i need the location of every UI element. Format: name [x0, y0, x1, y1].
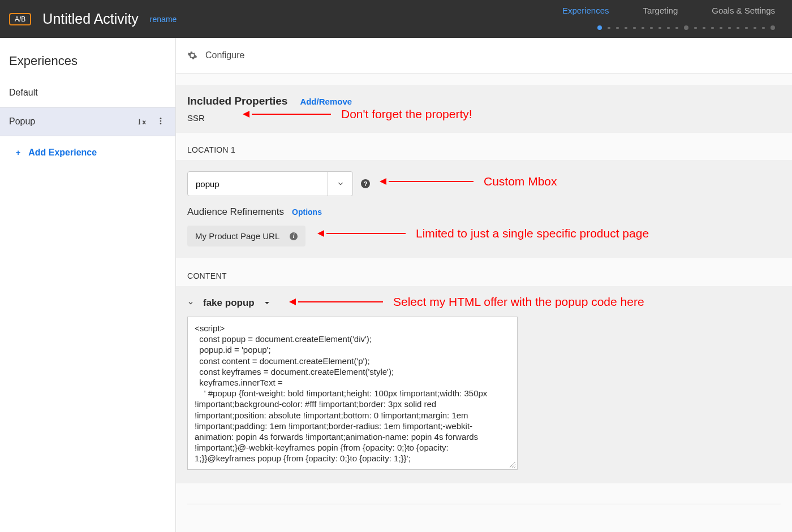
activity-title: Untitled Activity	[42, 11, 139, 27]
more-icon[interactable]	[156, 116, 166, 127]
sidebar-title: Experiences	[0, 38, 175, 79]
step-experiences[interactable]: Experiences	[562, 6, 609, 15]
svg-point-2	[160, 123, 162, 124]
configure-label: Configure	[205, 50, 244, 60]
experience-item-popup[interactable]: Popup	[0, 107, 175, 136]
activity-type-badge: A/B	[9, 13, 31, 25]
main-layout: Experiences Default Popup + Add Experien…	[0, 38, 792, 532]
content-area: Configure Included Properties Add/Remove…	[176, 38, 792, 532]
gear-icon	[187, 50, 197, 60]
chevron-down-icon[interactable]	[187, 300, 194, 306]
add-remove-link[interactable]: Add/Remove	[300, 97, 352, 106]
sidebar: Experiences Default Popup + Add Experien…	[0, 38, 176, 532]
svg-point-0	[160, 118, 162, 119]
location-label: LOCATION 1	[176, 133, 792, 160]
audience-options-link[interactable]: Options	[292, 207, 322, 217]
offer-name: fake popup	[203, 297, 255, 309]
info-icon[interactable]: i	[290, 232, 298, 240]
top-bar: A/B Untitled Activity rename Experiences…	[0, 0, 792, 38]
plus-icon: +	[16, 148, 20, 157]
divider	[187, 504, 781, 504]
property-value: SSR	[187, 113, 781, 123]
mbox-input[interactable]	[188, 179, 328, 189]
included-properties-section: Included Properties Add/Remove SSR Don't…	[176, 85, 792, 133]
step-goals[interactable]: Goals & Settings	[712, 6, 775, 15]
annotation-audience: Limited to just a single specific produc…	[317, 227, 649, 240]
offer-section: fake popup Select my HTML offer with the…	[176, 286, 792, 483]
rename-link[interactable]: rename	[150, 15, 177, 24]
audience-chip-label: My Product Page URL	[195, 231, 279, 241]
rename-icon[interactable]	[137, 116, 147, 127]
experience-label: Default	[9, 88, 38, 98]
content-label: CONTENT	[176, 258, 792, 286]
offer-dropdown-icon[interactable]	[264, 300, 270, 306]
audience-chip[interactable]: My Product Page URL i	[187, 226, 305, 246]
code-textarea[interactable]: <script> const popup = document.createEl…	[187, 317, 518, 470]
workflow-steps: Experiences Targeting Goals & Settings	[562, 6, 775, 15]
progress-dots	[597, 25, 775, 30]
experience-actions	[137, 116, 166, 127]
properties-title: Included Properties	[187, 95, 287, 107]
help-icon[interactable]: ?	[361, 179, 370, 188]
location-section: ? Custom Mbox Audience Refinements Optio…	[176, 160, 792, 258]
resize-handle[interactable]	[509, 461, 516, 468]
mbox-select[interactable]	[187, 171, 353, 196]
add-experience-button[interactable]: + Add Experience	[0, 136, 175, 169]
audience-label: Audience Refinements	[187, 206, 284, 218]
svg-point-1	[160, 120, 162, 122]
experience-label: Popup	[9, 116, 35, 127]
chevron-down-icon[interactable]	[328, 172, 352, 196]
step-targeting[interactable]: Targeting	[643, 6, 678, 15]
experience-item-default[interactable]: Default	[0, 79, 175, 107]
add-experience-label: Add Experience	[28, 148, 97, 158]
configure-bar[interactable]: Configure	[176, 38, 792, 73]
